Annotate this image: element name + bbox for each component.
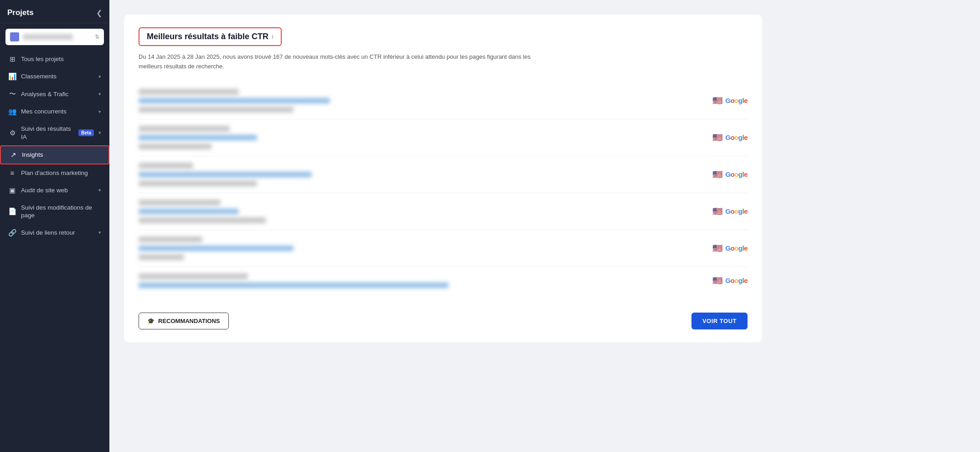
recommandations-label: RECOMMANDATIONS — [158, 318, 220, 324]
sidebar-item-label: Classements — [21, 72, 94, 81]
table-row: 🇺🇸 Google — [139, 119, 748, 156]
sidebar-item-label: Suivi de liens retour — [21, 229, 94, 237]
table-row: 🇺🇸 Google — [139, 267, 748, 294]
flag-us-icon: 🇺🇸 — [712, 133, 722, 143]
result-content — [139, 89, 701, 113]
recommandations-button[interactable]: 🎓 RECOMMANDATIONS — [139, 313, 229, 329]
sidebar-title: Projets — [7, 8, 34, 17]
beta-badge: Beta — [78, 129, 94, 136]
flag-us-icon: 🇺🇸 — [712, 206, 722, 216]
voir-tout-button[interactable]: VOIR TOUT — [691, 313, 748, 329]
users-icon: 👥 — [8, 108, 16, 116]
home-icon: ⊞ — [8, 55, 16, 63]
url-blur — [139, 246, 294, 251]
result-content — [139, 126, 701, 149]
recommandations-icon: 🎓 — [147, 318, 155, 324]
card-description: Du 14 Jan 2025 à 28 Jan 2025, nous avons… — [139, 52, 549, 72]
url-blur — [139, 98, 330, 103]
keyword-blur — [139, 200, 221, 205]
result-source: 🇺🇸 Google — [712, 243, 748, 253]
sidebar-item-label: Insights — [22, 151, 100, 159]
voir-tout-label: VOIR TOUT — [702, 318, 737, 324]
sidebar-item-insights[interactable]: ↗ Insights — [0, 145, 109, 164]
link-icon: 🔗 — [8, 229, 16, 237]
main-content: Meilleurs résultats à faible CTR i Du 14… — [109, 0, 980, 452]
sidebar-header: Projets ❮ — [0, 0, 109, 23]
result-content — [139, 273, 701, 288]
sidebar-item-label: Mes concurrents — [21, 108, 94, 116]
google-label: Google — [725, 244, 748, 252]
url-blur — [139, 282, 449, 288]
sidebar-item-label: Analyses & Trafic — [21, 90, 94, 98]
list-icon: ≡ — [8, 169, 16, 177]
result-source: 🇺🇸 Google — [712, 276, 748, 286]
result-source: 🇺🇸 Google — [712, 206, 748, 216]
google-label: Google — [725, 134, 748, 141]
table-row: 🇺🇸 Google — [139, 82, 748, 119]
flag-us-icon: 🇺🇸 — [712, 96, 722, 106]
sidebar-item-label: Tous les projets — [21, 55, 101, 63]
meta-blur — [139, 217, 266, 223]
settings-icon: ⚙ — [8, 129, 16, 137]
chart-icon: 📊 — [8, 72, 16, 81]
sidebar-item-mes-concurrents[interactable]: 👥 Mes concurrents ▾ — [0, 103, 109, 120]
insights-icon: ↗ — [9, 151, 17, 159]
info-icon[interactable]: i — [272, 33, 273, 40]
page-icon: 📄 — [8, 207, 16, 216]
insights-card: Meilleurs résultats à faible CTR i Du 14… — [124, 15, 762, 342]
sidebar-item-suivi-ia[interactable]: ⚙ Suivi des résultats IA Beta ▾ — [0, 120, 109, 145]
audit-icon: ▣ — [8, 186, 16, 195]
url-blur — [139, 135, 257, 140]
wave-icon: 〜 — [8, 90, 16, 98]
project-selector[interactable]: ⇅ — [5, 29, 104, 45]
result-source: 🇺🇸 Google — [712, 96, 748, 106]
flag-us-icon: 🇺🇸 — [712, 276, 722, 286]
chevron-down-icon: ▾ — [98, 187, 101, 193]
table-row: 🇺🇸 Google — [139, 230, 748, 267]
meta-blur — [139, 254, 184, 260]
sidebar-item-label: Plan d'actions marketing — [21, 169, 101, 177]
chevron-down-icon: ▾ — [98, 230, 101, 236]
result-content — [139, 236, 701, 260]
result-content — [139, 163, 701, 186]
project-arrows-icon: ⇅ — [95, 34, 99, 40]
chevron-down-icon: ▾ — [98, 91, 101, 97]
table-row: 🇺🇸 Google — [139, 156, 748, 193]
result-source: 🇺🇸 Google — [712, 170, 748, 180]
meta-blur — [139, 144, 211, 149]
flag-us-icon: 🇺🇸 — [712, 243, 722, 253]
table-row: 🇺🇸 Google — [139, 193, 748, 230]
meta-blur — [139, 180, 257, 186]
result-source: 🇺🇸 Google — [712, 133, 748, 143]
google-label: Google — [725, 170, 748, 178]
chevron-down-icon: ▾ — [98, 130, 101, 136]
url-blur — [139, 172, 312, 177]
google-label: Google — [725, 97, 748, 104]
sidebar-item-suivi-liens[interactable]: 🔗 Suivi de liens retour ▾ — [0, 224, 109, 241]
project-favicon — [10, 32, 19, 41]
sidebar-item-audit-site[interactable]: ▣ Audit de site web ▾ — [0, 182, 109, 199]
project-selector-inner — [10, 32, 95, 41]
sidebar-item-tous-projets[interactable]: ⊞ Tous les projets — [0, 51, 109, 68]
card-title-row: Meilleurs résultats à faible CTR i — [139, 27, 748, 46]
meta-blur — [139, 107, 294, 113]
keyword-blur — [139, 126, 230, 132]
sidebar-item-suivi-modifs[interactable]: 📄 Suivi des modifications de page — [0, 199, 109, 224]
chevron-down-icon: ▾ — [98, 109, 101, 115]
sidebar-item-label: Suivi des modifications de page — [21, 204, 101, 220]
sidebar-item-plan-actions[interactable]: ≡ Plan d'actions marketing — [0, 164, 109, 182]
sidebar-collapse-button[interactable]: ❮ — [96, 9, 102, 17]
keyword-blur — [139, 89, 239, 95]
sidebar-item-label: Suivi des résultats IA — [21, 125, 74, 141]
card-title: Meilleurs résultats à faible CTR — [147, 32, 268, 41]
result-content — [139, 200, 701, 223]
sidebar-item-analyses-trafic[interactable]: 〜 Analyses & Trafic ▾ — [0, 85, 109, 103]
card-title-box: Meilleurs résultats à faible CTR i — [139, 27, 282, 46]
sidebar-item-classements[interactable]: 📊 Classements ▾ — [0, 68, 109, 85]
project-name — [23, 34, 73, 40]
url-blur — [139, 209, 239, 214]
sidebar: Projets ❮ ⇅ ⊞ Tous les projets 📊 Classem… — [0, 0, 109, 452]
keyword-blur — [139, 236, 202, 242]
sidebar-item-label: Audit de site web — [21, 186, 94, 195]
google-label: Google — [725, 207, 748, 215]
